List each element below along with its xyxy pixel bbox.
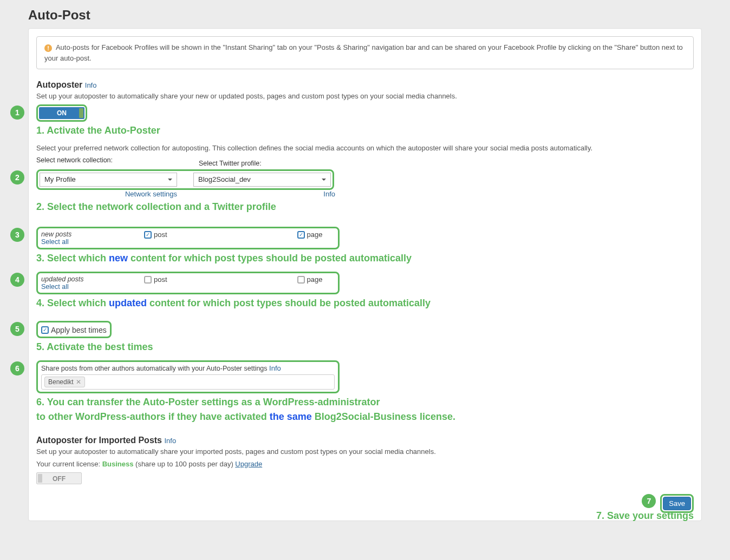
- step-6-caption-line2: to other WordPress-authors if they have …: [36, 411, 694, 423]
- main-panel: ! Auto-posts for Facebook Profiles will …: [28, 28, 702, 521]
- step-5-badge: 5: [10, 322, 24, 336]
- updated-posts-page-checkbox[interactable]: ✓ page: [297, 275, 323, 284]
- step-7-caption: 7. Save your settings: [596, 510, 694, 522]
- new-posts-label: new posts: [41, 230, 144, 238]
- imported-toggle[interactable]: OFF: [36, 472, 82, 484]
- step-3-badge: 3: [10, 228, 24, 242]
- step-1-badge: 1: [10, 106, 24, 120]
- notice-text: Auto-posts for Facebook Profiles will be…: [44, 43, 683, 62]
- warning-icon: !: [44, 44, 52, 52]
- updated-posts-select-all[interactable]: Select all: [41, 283, 144, 291]
- apply-best-times-checkbox[interactable]: ✓ Apply best times: [41, 326, 107, 334]
- step-5-caption: 5. Activate the best times: [36, 341, 694, 353]
- step-4-badge: 4: [10, 273, 24, 287]
- network-collection-select[interactable]: My Profile: [40, 173, 177, 187]
- twitter-profile-label: Select Twitter profile:: [199, 160, 337, 167]
- updated-posts-label: updated posts: [41, 275, 144, 283]
- autoposter-toggle[interactable]: ON: [39, 107, 84, 119]
- step-3-caption: 3. Select which new content for which po…: [36, 253, 694, 264]
- step-6-caption-line1: 6. You can transfer the Auto-Poster sett…: [36, 397, 694, 408]
- step-4-caption: 4. Select which updated content for whic…: [36, 298, 694, 309]
- autoposter-info-link[interactable]: Info: [85, 81, 97, 89]
- step-7-badge: 7: [642, 494, 656, 508]
- step-1-caption: 1. Activate the Auto-Poster: [36, 125, 694, 136]
- author-chip: Benedikt ✕: [44, 377, 85, 387]
- author-select-input[interactable]: Benedikt ✕: [41, 374, 335, 390]
- network-settings-link[interactable]: Network settings: [125, 190, 177, 198]
- autoposter-heading: Autoposter Info: [36, 80, 694, 90]
- notice-banner: ! Auto-posts for Facebook Profiles will …: [36, 36, 694, 69]
- upgrade-link[interactable]: Upgrade: [235, 460, 262, 468]
- imported-heading: Autoposter for Imported Posts Info: [36, 436, 694, 445]
- twitter-profile-select[interactable]: Blog2Social_dev: [193, 173, 331, 187]
- share-other-authors-label: Share posts from other authors automatic…: [41, 365, 268, 372]
- updated-posts-post-checkbox[interactable]: ✓ post: [144, 275, 167, 284]
- share-other-authors-info-link[interactable]: Info: [269, 364, 281, 372]
- step-2-badge: 2: [10, 170, 24, 185]
- page-title: Auto-Post: [28, 8, 702, 23]
- step-6-badge: 6: [10, 361, 24, 375]
- author-chip-remove-icon[interactable]: ✕: [76, 378, 81, 386]
- network-desc: Select your preferred network collection…: [36, 144, 694, 152]
- twitter-profile-info-link[interactable]: Info: [323, 190, 335, 198]
- autoposter-desc: Set up your autoposter to automatically …: [36, 92, 694, 100]
- new-posts-select-all[interactable]: Select all: [41, 238, 144, 246]
- license-line: Your current license: Business (share up…: [36, 460, 694, 468]
- save-button[interactable]: Save: [663, 497, 691, 510]
- imported-info-link[interactable]: Info: [164, 437, 176, 445]
- step-2-caption: 2. Select the network collection and a T…: [36, 201, 694, 213]
- new-posts-page-checkbox[interactable]: ✓ page: [297, 230, 323, 239]
- imported-desc: Set up your autoposter to automatically …: [36, 447, 694, 456]
- new-posts-post-checkbox[interactable]: ✓ post: [144, 230, 167, 239]
